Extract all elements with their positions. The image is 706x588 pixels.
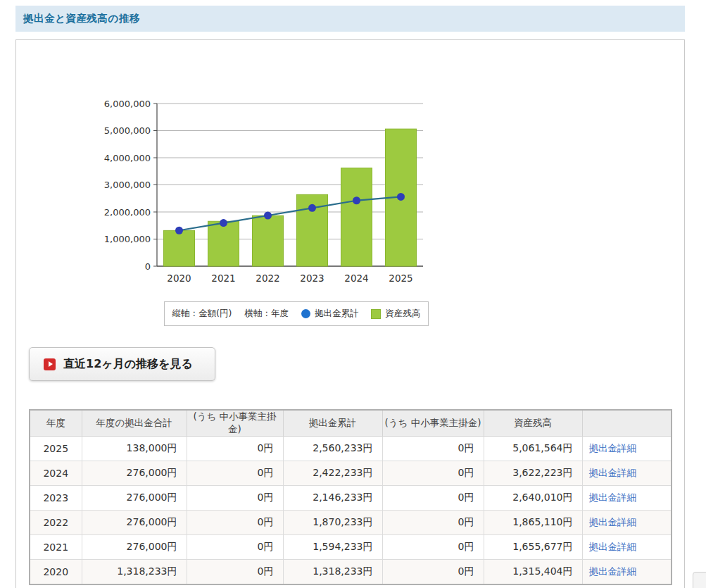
col-header-year: 年度 bbox=[30, 410, 82, 437]
svg-text:0: 0 bbox=[145, 261, 151, 272]
year-cell: 2021 bbox=[30, 535, 82, 560]
col-header-detail bbox=[582, 410, 672, 437]
history-table: 年度 年度の拠出金合計 (うち 中小事業主掛金) 拠出金累計 (うち 中小事業主… bbox=[29, 409, 672, 585]
svg-text:6,000,000: 6,000,000 bbox=[104, 99, 151, 109]
value-cell: 0円 bbox=[187, 511, 283, 535]
value-cell: 1,870,233円 bbox=[283, 511, 382, 535]
year-cell: 2020 bbox=[30, 560, 82, 584]
year-cell: 2023 bbox=[30, 486, 82, 511]
table-row-2020: 20201,318,233円0円1,318,233円0円1,315,404円拠出… bbox=[30, 560, 672, 584]
svg-text:4,000,000: 4,000,000 bbox=[104, 153, 151, 163]
bar-series-swatch-icon bbox=[371, 309, 381, 319]
value-cell: 2,640,010円 bbox=[484, 486, 582, 511]
detail-cell: 拠出金詳細 bbox=[582, 560, 672, 584]
asset-bar-2022 bbox=[253, 215, 284, 266]
value-cell: 0円 bbox=[187, 535, 283, 560]
play-icon bbox=[44, 358, 56, 370]
value-cell: 0円 bbox=[382, 486, 484, 511]
value-cell: 276,000円 bbox=[82, 535, 187, 560]
detail-cell: 拠出金詳細 bbox=[582, 511, 672, 535]
history-table-body: 2025138,000円0円2,560,233円0円5,061,564円拠出金詳… bbox=[30, 437, 672, 584]
svg-text:1,000,000: 1,000,000 bbox=[104, 234, 151, 244]
line-point-2022 bbox=[264, 211, 272, 219]
value-cell: 0円 bbox=[382, 535, 484, 560]
value-cell: 276,000円 bbox=[82, 486, 187, 511]
value-cell: 3,622,223円 bbox=[484, 461, 582, 486]
value-cell: 1,315,404円 bbox=[484, 560, 582, 584]
table-row-2022: 2022276,000円0円1,870,233円0円1,865,110円拠出金詳… bbox=[30, 511, 672, 535]
legend-line-label: 拠出金累計 bbox=[315, 308, 359, 320]
svg-text:5,000,000: 5,000,000 bbox=[104, 125, 151, 136]
legend-vaxis-note: 縦軸：金額(円) bbox=[172, 308, 232, 320]
col-header-annual-sme-portion: (うち 中小事業主掛金) bbox=[187, 410, 283, 437]
line-point-2025 bbox=[397, 193, 405, 201]
value-cell: 0円 bbox=[187, 437, 283, 461]
x-tick-label: 2022 bbox=[256, 273, 279, 284]
x-tick-label: 2024 bbox=[344, 273, 368, 284]
view-last-12-months-label: 直近12ヶ月の推移を見る bbox=[63, 357, 193, 372]
contribution-asset-chart: 01,000,0002,000,0003,000,0004,000,0005,0… bbox=[92, 96, 437, 292]
table-row-2021: 2021276,000円0円1,594,233円0円1,655,677円拠出金詳… bbox=[30, 535, 672, 560]
contribution-detail-link[interactable]: 拠出金詳細 bbox=[589, 541, 637, 552]
detail-cell: 拠出金詳細 bbox=[582, 461, 672, 486]
line-point-2021 bbox=[220, 219, 227, 227]
legend-bar-item: 資産残高 bbox=[371, 308, 420, 320]
value-cell: 1,318,233円 bbox=[283, 560, 382, 584]
detail-cell: 拠出金詳細 bbox=[582, 535, 672, 560]
detail-cell: 拠出金詳細 bbox=[582, 486, 672, 511]
line-series-dot-icon bbox=[301, 309, 310, 318]
detail-cell: 拠出金詳細 bbox=[582, 437, 672, 461]
value-cell: 2,146,233円 bbox=[283, 486, 382, 511]
value-cell: 0円 bbox=[382, 511, 484, 535]
col-header-annual-contribution: 年度の拠出金合計 bbox=[82, 410, 187, 437]
x-tick-label: 2025 bbox=[389, 273, 412, 284]
legend-haxis-note: 横軸：年度 bbox=[244, 308, 289, 320]
value-cell: 0円 bbox=[382, 560, 484, 584]
section-header: 拠出金と資産残高の推移 bbox=[15, 6, 685, 32]
col-header-cumulative-contribution: 拠出金累計 bbox=[283, 410, 382, 437]
value-cell: 0円 bbox=[382, 461, 484, 486]
table-header-row: 年度 年度の拠出金合計 (うち 中小事業主掛金) 拠出金累計 (うち 中小事業主… bbox=[30, 410, 672, 437]
value-cell: 138,000円 bbox=[82, 437, 187, 461]
asset-bar-2024 bbox=[341, 168, 372, 266]
legend-line-item: 拠出金累計 bbox=[301, 308, 359, 320]
value-cell: 1,318,233円 bbox=[82, 560, 187, 584]
value-cell: 2,422,233円 bbox=[283, 461, 382, 486]
x-tick-label: 2021 bbox=[211, 273, 235, 284]
asset-bar-2021 bbox=[208, 221, 239, 266]
col-header-cumulative-sme-portion: (うち 中小事業主掛金) bbox=[382, 410, 484, 437]
table-row-2025: 2025138,000円0円2,560,233円0円5,061,564円拠出金詳… bbox=[30, 437, 672, 461]
chart-legend: 縦軸：金額(円) 横軸：年度 拠出金累計 資産残高 bbox=[164, 301, 429, 326]
value-cell: 0円 bbox=[187, 486, 283, 511]
table-row-2024: 2024276,000円0円2,422,233円0円3,622,223円拠出金詳… bbox=[30, 461, 672, 486]
view-last-12-months-button[interactable]: 直近12ヶ月の推移を見る bbox=[29, 347, 215, 381]
contribution-detail-link[interactable]: 拠出金詳細 bbox=[589, 516, 637, 527]
asset-bar-2020 bbox=[164, 230, 195, 266]
line-point-2020 bbox=[175, 227, 183, 234]
x-tick-label: 2023 bbox=[300, 273, 324, 284]
value-cell: 1,655,677円 bbox=[484, 535, 582, 560]
contribution-detail-link[interactable]: 拠出金詳細 bbox=[589, 467, 637, 478]
legend-bar-label: 資産残高 bbox=[385, 308, 420, 320]
content-panel: 01,000,0002,000,0003,000,0004,000,0005,0… bbox=[15, 39, 685, 588]
floating-widget[interactable] bbox=[693, 572, 706, 588]
value-cell: 1,594,233円 bbox=[283, 535, 382, 560]
value-cell: 276,000円 bbox=[82, 511, 187, 535]
value-cell: 0円 bbox=[187, 560, 283, 584]
col-header-asset-balance: 資産残高 bbox=[484, 410, 582, 437]
value-cell: 1,865,110円 bbox=[484, 511, 582, 535]
contribution-detail-link[interactable]: 拠出金詳細 bbox=[589, 442, 637, 453]
year-cell: 2022 bbox=[30, 511, 82, 535]
svg-text:2,000,000: 2,000,000 bbox=[104, 207, 151, 218]
year-cell: 2025 bbox=[30, 437, 82, 461]
value-cell: 276,000円 bbox=[82, 461, 187, 486]
contribution-detail-link[interactable]: 拠出金詳細 bbox=[589, 492, 637, 503]
line-point-2023 bbox=[308, 204, 316, 212]
value-cell: 2,560,233円 bbox=[283, 437, 382, 461]
year-cell: 2024 bbox=[30, 461, 82, 486]
contribution-detail-link[interactable]: 拠出金詳細 bbox=[589, 565, 637, 577]
svg-text:3,000,000: 3,000,000 bbox=[104, 180, 151, 190]
value-cell: 0円 bbox=[382, 437, 484, 461]
value-cell: 5,061,564円 bbox=[484, 437, 582, 461]
table-row-2023: 2023276,000円0円2,146,233円0円2,640,010円拠出金詳… bbox=[30, 486, 672, 511]
